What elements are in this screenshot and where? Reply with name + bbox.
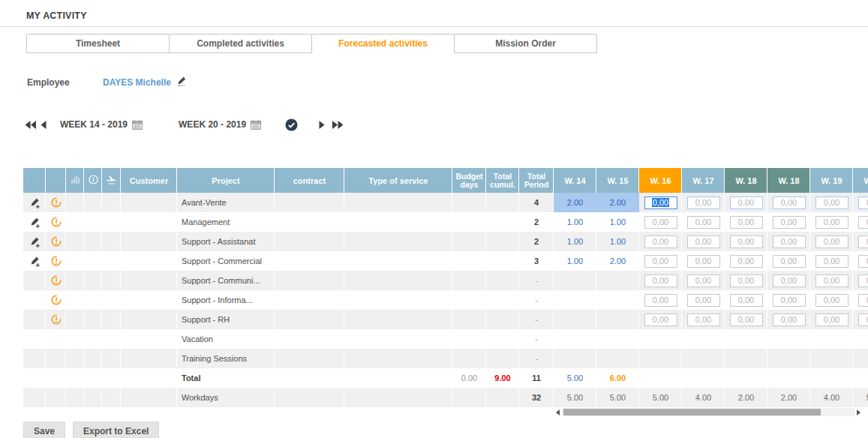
forecast-input[interactable] — [730, 236, 763, 248]
contract-cell — [275, 290, 344, 310]
customer-cell — [121, 349, 177, 368]
forecast-input[interactable] — [730, 216, 763, 229]
edit-row-icon[interactable] — [29, 217, 41, 228]
week-value: 1.00 — [554, 212, 596, 232]
row-edit-cell[interactable] — [23, 251, 46, 271]
edit-row-icon[interactable] — [29, 236, 41, 248]
row-edit-cell[interactable] — [23, 212, 46, 232]
forecast-input[interactable] — [730, 274, 763, 287]
forecast-input[interactable] — [773, 294, 806, 307]
week-cell — [682, 193, 725, 212]
row-edit-cell[interactable] — [23, 193, 46, 212]
total-cumul-cell — [486, 388, 519, 407]
customer-cell — [121, 310, 177, 329]
week-cell — [639, 310, 682, 329]
forecast-input[interactable] — [773, 216, 806, 229]
forecast-input[interactable] — [773, 255, 806, 268]
forecast-input[interactable] — [815, 294, 848, 307]
apply-weeks-button[interactable] — [285, 118, 298, 131]
calendar-to-icon[interactable] — [251, 120, 261, 130]
scrollbar-thumb[interactable] — [563, 409, 821, 416]
forecast-input[interactable] — [858, 255, 868, 268]
page-title: MY ACTIVITY — [26, 10, 868, 21]
forecast-input[interactable] — [644, 314, 677, 326]
row-info-cell — [84, 368, 102, 388]
tab-completed-activities[interactable]: Completed activities — [169, 34, 312, 53]
edit-employee-icon[interactable] — [176, 76, 187, 88]
total-period-cell: 2 — [519, 212, 554, 232]
row-edit-cell[interactable] — [23, 232, 46, 251]
forecast-input[interactable] — [687, 216, 720, 229]
save-button[interactable]: Save — [23, 422, 65, 438]
row-plane-cell — [102, 271, 121, 290]
forecast-input[interactable] — [730, 314, 763, 326]
scroll-left-icon[interactable] — [554, 410, 562, 416]
week-cell — [596, 329, 639, 349]
status-warning-icon — [51, 295, 62, 305]
table-row: Total0.009.00115.006.00 — [23, 368, 868, 388]
budget-days-cell — [452, 193, 486, 212]
edit-row-icon[interactable] — [29, 197, 41, 208]
week-cell: 0,00 — [639, 193, 682, 212]
forecast-input[interactable] — [773, 196, 806, 209]
forecast-input[interactable] — [858, 216, 868, 229]
customer-cell — [121, 271, 177, 290]
row-info-cell — [84, 290, 102, 310]
forecast-input[interactable] — [815, 236, 848, 248]
project-name-cell: Avant-Vente — [177, 193, 275, 212]
next-week-button[interactable] — [319, 121, 325, 129]
forecast-input[interactable] — [687, 255, 720, 268]
horizontal-scrollbar[interactable] — [554, 407, 863, 417]
week-value: 2.00 — [554, 193, 596, 212]
forecast-input[interactable] — [730, 255, 763, 268]
forecast-input[interactable] — [687, 274, 720, 287]
customer-cell — [121, 388, 177, 407]
forecast-input[interactable] — [858, 236, 868, 248]
row-status-cell — [46, 329, 66, 349]
week-cell — [682, 232, 725, 251]
forecast-input[interactable] — [687, 314, 720, 326]
tab-mission-order[interactable]: Mission Order — [454, 34, 597, 53]
forecast-input[interactable] — [730, 294, 763, 307]
week-cell — [853, 290, 868, 310]
last-week-button[interactable] — [332, 121, 344, 129]
forecast-input[interactable] — [773, 274, 806, 287]
forecast-input[interactable] — [687, 294, 720, 307]
forecast-input[interactable] — [858, 314, 868, 326]
tab-forecasted-activities[interactable]: Forecasted activities — [311, 34, 455, 53]
scrollbar-track[interactable] — [562, 408, 854, 416]
tab-timesheet[interactable]: Timesheet — [26, 34, 170, 53]
forecast-input-selected[interactable]: 0,00 — [644, 196, 677, 209]
forecast-input[interactable] — [644, 274, 677, 287]
forecast-input[interactable] — [815, 314, 848, 326]
customer-cell — [121, 290, 177, 310]
forecast-input[interactable] — [730, 196, 763, 209]
forecast-input[interactable] — [644, 294, 677, 307]
forecast-input[interactable] — [773, 314, 806, 326]
header-budget-days: Budget days — [452, 168, 486, 193]
forecast-input[interactable] — [815, 255, 848, 268]
forecast-input[interactable] — [858, 196, 868, 209]
contract-cell — [275, 193, 344, 212]
prev-week-button[interactable] — [41, 121, 47, 129]
forecast-input[interactable] — [644, 236, 677, 248]
week-cell — [682, 329, 725, 349]
row-info-cell — [84, 212, 102, 232]
scroll-right-icon[interactable] — [854, 410, 863, 416]
forecast-input[interactable] — [687, 196, 720, 209]
calendar-from-icon[interactable] — [132, 120, 143, 130]
forecast-input[interactable] — [858, 294, 868, 307]
edit-row-icon[interactable] — [29, 256, 41, 267]
forecast-input[interactable] — [815, 274, 848, 287]
forecast-input[interactable] — [815, 196, 848, 209]
export-to-excel-button[interactable]: Export to Excel — [73, 422, 159, 438]
forecast-input[interactable] — [644, 255, 677, 268]
forecast-input[interactable] — [773, 236, 806, 248]
first-week-button[interactable] — [25, 121, 36, 129]
forecast-input[interactable] — [687, 236, 720, 248]
forecast-input[interactable] — [644, 216, 677, 229]
total-cumul-cell — [486, 232, 519, 251]
forecast-input[interactable] — [858, 274, 868, 287]
forecast-input[interactable] — [815, 216, 848, 229]
employee-value-link[interactable]: DAYES Michelle — [103, 77, 171, 88]
